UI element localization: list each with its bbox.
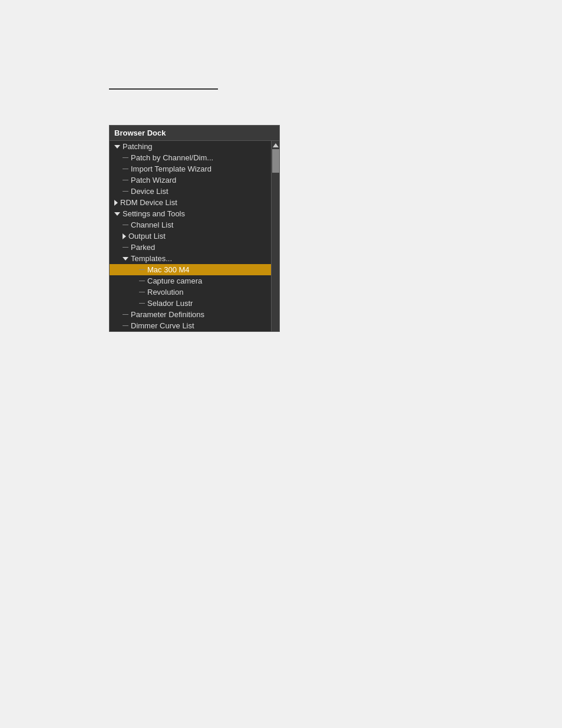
arrow-down-icon <box>114 212 120 216</box>
scrollbar[interactable] <box>271 141 279 331</box>
tree-item-dimmer-curve-list[interactable]: Dimmer Curve List <box>110 320 271 331</box>
tree-item-selador-lustr[interactable]: Selador Lustr <box>110 298 271 309</box>
dash-icon <box>139 292 145 292</box>
channel-list-label: Channel List <box>131 220 173 229</box>
scrollbar-arrow-up[interactable] <box>272 141 280 149</box>
tree-item-rdm-device-list[interactable]: RDM Device List <box>110 197 271 208</box>
page-container: Browser Dock Patching Patch by Channel/D… <box>0 0 562 728</box>
revolution-label: Revolution <box>147 288 183 297</box>
tree-item-output-list[interactable]: Output List <box>110 230 271 242</box>
tree-item-templates[interactable]: Templates... <box>110 253 271 264</box>
dimmer-curve-list-label: Dimmer Curve List <box>131 321 194 330</box>
arrow-right-icon <box>123 233 126 239</box>
settings-and-tools-label: Settings and Tools <box>123 209 185 218</box>
import-template-label: Import Template Wizard <box>131 164 211 173</box>
tree-item-mac-300-m4[interactable]: Mac 300 M4 <box>110 264 271 275</box>
scrollbar-track[interactable] <box>272 149 279 331</box>
rdm-device-list-label: RDM Device List <box>120 198 177 207</box>
tree-item-patch-wizard[interactable]: Patch Wizard <box>110 174 271 186</box>
patch-by-channel-label: Patch by Channel/Dim... <box>131 153 213 162</box>
dash-icon <box>139 303 145 304</box>
horizontal-rule <box>109 88 218 90</box>
selador-lustr-label: Selador Lustr <box>147 299 193 308</box>
tree-content: Patching Patch by Channel/Dim... Import … <box>110 141 271 331</box>
templates-label: Templates... <box>131 254 172 263</box>
tree-item-patching[interactable]: Patching <box>110 141 271 152</box>
device-list-label: Device List <box>131 187 168 196</box>
arrow-down-icon <box>114 145 120 149</box>
parameter-definitions-label: Parameter Definitions <box>131 310 204 319</box>
patch-wizard-label: Patch Wizard <box>131 176 176 185</box>
capture-camera-label: Capture camera <box>147 276 202 285</box>
browser-dock-title-label: Browser Dock <box>114 129 166 137</box>
tree-item-parameter-definitions[interactable]: Parameter Definitions <box>110 309 271 320</box>
dash-icon <box>123 157 128 158</box>
dash-icon <box>123 180 128 180</box>
tree-item-device-list[interactable]: Device List <box>110 186 271 197</box>
dash-icon <box>139 281 145 281</box>
tree-item-patch-by-channel[interactable]: Patch by Channel/Dim... <box>110 152 271 163</box>
arrow-right-icon <box>114 200 118 206</box>
output-list-label: Output List <box>128 232 166 241</box>
tree-item-import-template[interactable]: Import Template Wizard <box>110 163 271 174</box>
mac-300-m4-label: Mac 300 M4 <box>147 265 190 274</box>
browser-dock-title: Browser Dock <box>110 126 279 141</box>
dash-icon <box>123 314 128 315</box>
browser-dock: Browser Dock Patching Patch by Channel/D… <box>109 125 280 332</box>
dash-icon <box>123 325 128 326</box>
parked-label: Parked <box>131 243 155 252</box>
arrow-down-icon <box>123 257 128 261</box>
dash-icon <box>123 169 128 169</box>
dash-icon <box>123 247 128 248</box>
tree-item-capture-camera[interactable]: Capture camera <box>110 275 271 286</box>
dash-icon <box>139 269 145 270</box>
tree-item-parked[interactable]: Parked <box>110 242 271 253</box>
dash-icon <box>123 225 128 225</box>
scroll-up-triangle-icon <box>273 143 279 147</box>
patching-label: Patching <box>123 142 153 151</box>
scrollbar-thumb[interactable] <box>272 149 279 173</box>
dash-icon <box>123 191 128 192</box>
tree-item-channel-list[interactable]: Channel List <box>110 219 271 230</box>
tree-item-revolution[interactable]: Revolution <box>110 286 271 298</box>
tree-container: Patching Patch by Channel/Dim... Import … <box>110 141 279 331</box>
tree-item-settings-and-tools[interactable]: Settings and Tools <box>110 208 271 219</box>
